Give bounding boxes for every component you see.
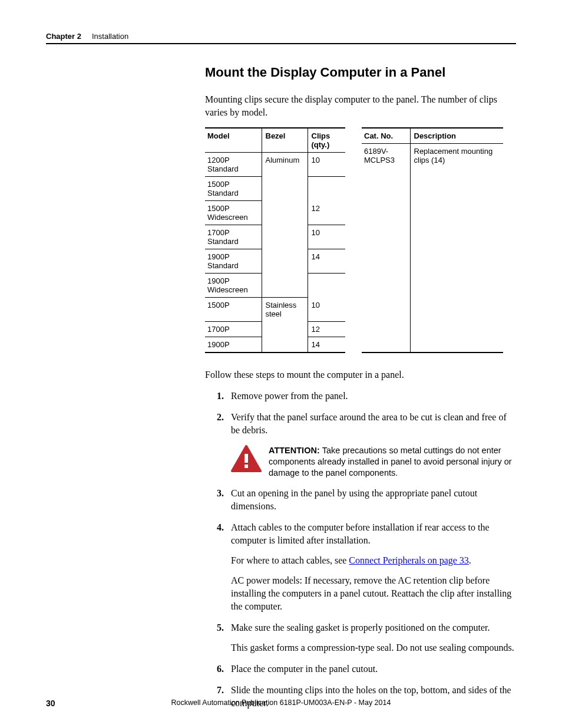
cell-bezel: [262, 249, 308, 274]
main-content: Mount the Display Computer in a Panel Mo…: [205, 65, 516, 718]
clips-table: Model Bezel Clips (qty.) 1200P Standard …: [205, 127, 345, 353]
cell-model: 1500P: [205, 298, 262, 322]
attention-box: ATTENTION: Take precautions so metal cut…: [231, 445, 516, 479]
cell-model: 1900P Standard: [205, 249, 262, 274]
cell-bezel: [262, 201, 308, 225]
tables-row: Model Bezel Clips (qty.) 1200P Standard …: [205, 127, 516, 353]
intro-paragraph: Mounting clips secure the display comput…: [205, 93, 516, 119]
step-5-sub-a: This gasket forms a compression-type sea…: [231, 641, 516, 654]
steps-list: Remove power from the panel. Verify that…: [205, 390, 516, 437]
cell-bezel: [262, 321, 308, 337]
cell-model: 1500P Widescreen: [205, 201, 262, 225]
page-number: 30: [46, 699, 55, 708]
th-clips: Clips (qty.): [308, 128, 345, 153]
cell-model: 1500P Standard: [205, 177, 262, 201]
attention-label: ATTENTION:: [269, 446, 322, 455]
cell-bezel: Stainless steel: [262, 298, 308, 322]
step-1: Remove power from the panel.: [205, 390, 516, 403]
svg-rect-2: [244, 465, 248, 468]
step-4: Attach cables to the computer before ins…: [205, 521, 516, 613]
page-header: Chapter 2Installation: [46, 32, 516, 44]
cell-bezel: [262, 225, 308, 249]
publication-info: Rockwell Automation Publication 6181P-UM…: [46, 699, 516, 707]
cell-clips: 14: [308, 249, 345, 274]
step-2: Verify that the panel surface around the…: [205, 411, 516, 437]
cell-model: 1700P: [205, 321, 262, 337]
cell-model: 1700P Standard: [205, 225, 262, 249]
attention-icon: [231, 445, 262, 472]
cell-model: 1200P Standard: [205, 153, 262, 177]
attention-text: ATTENTION: Take precautions so metal cut…: [269, 445, 516, 479]
th-desc: Description: [410, 128, 503, 144]
cell-clips: 10: [308, 298, 345, 322]
cell-model: 1900P: [205, 337, 262, 353]
catno-table: Cat. No. Description 6189V-MCLPS3 Replac…: [362, 127, 503, 353]
step-5: Make sure the sealing gasket is properly…: [205, 621, 516, 654]
step-6: Place the computer in the panel cutout.: [205, 663, 516, 676]
cell-bezel: Aluminum: [262, 153, 308, 177]
cell-clips: [308, 177, 345, 201]
cell-clips: [308, 274, 345, 298]
step-3: Cut an opening in the panel by using the…: [205, 487, 516, 513]
step-4-sub-a: For where to attach cables, see Connect …: [231, 554, 516, 567]
chapter-title: Installation: [92, 32, 128, 41]
cell-bezel: [262, 337, 308, 353]
cell-clips: 10: [308, 225, 345, 249]
svg-rect-1: [244, 454, 248, 463]
steps-list-cont: Cut an opening in the panel by using the…: [205, 487, 516, 710]
th-catno: Cat. No.: [362, 128, 410, 144]
cell-bezel: [262, 274, 308, 298]
cell-catno: 6189V-MCLPS3: [362, 144, 410, 353]
cell-clips: 12: [308, 201, 345, 225]
cell-bezel: [262, 177, 308, 201]
step-4-sub-b: AC power models: If necessary, remove th…: [231, 574, 516, 613]
th-bezel: Bezel: [262, 128, 308, 153]
chapter-label: Chapter 2: [46, 32, 81, 41]
section-heading: Mount the Display Computer in a Panel: [205, 65, 516, 80]
cell-clips: 10: [308, 153, 345, 177]
page-footer: 30 Rockwell Automation Publication 6181P…: [46, 699, 516, 707]
connect-peripherals-link[interactable]: Connect Peripherals on page 33: [349, 555, 469, 565]
cell-model: 1900P Widescreen: [205, 274, 262, 298]
follow-paragraph: Follow these steps to mount the computer…: [205, 368, 516, 381]
cell-desc: Replacement mounting clips (14): [410, 144, 503, 353]
th-model: Model: [205, 128, 262, 153]
cell-clips: 12: [308, 321, 345, 337]
cell-clips: 14: [308, 337, 345, 353]
